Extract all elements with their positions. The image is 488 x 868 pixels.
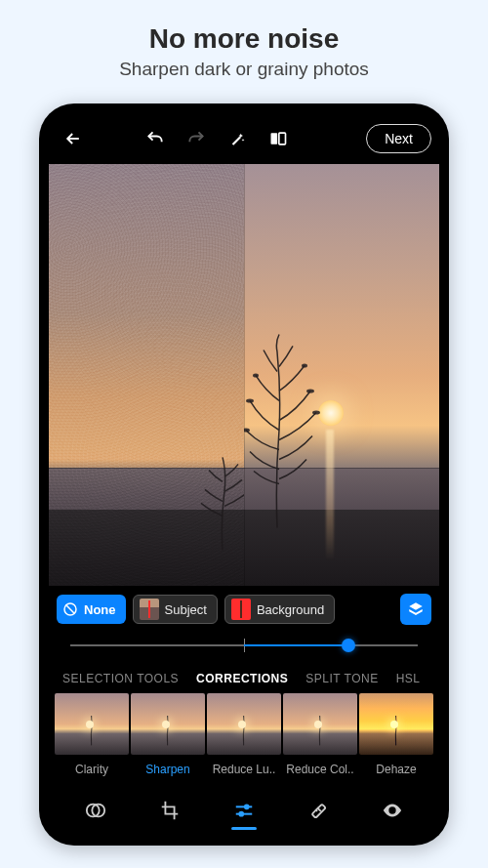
preset-label: Reduce Lu.. — [213, 763, 276, 776]
svg-rect-13 — [312, 805, 326, 818]
promo-subtitle: Sharpen dark or grainy photos — [119, 59, 369, 80]
mask-background-chip[interactable]: Background — [224, 595, 335, 624]
tab-selection-tools[interactable]: SELECTION TOOLS — [62, 672, 179, 685]
preset-reduce-luminance[interactable]: Reduce Lu.. — [207, 693, 281, 776]
before-image — [49, 164, 244, 586]
background-thumb-icon — [231, 599, 251, 620]
tab-split-tone[interactable]: SPLIT TONE — [305, 672, 378, 685]
svg-point-12 — [239, 812, 243, 816]
preset-label: Reduce Col.. — [286, 763, 353, 776]
preset-dehaze[interactable]: Dehaze — [359, 693, 433, 776]
slider-knob[interactable] — [342, 639, 355, 652]
svg-point-14 — [390, 808, 394, 812]
tab-hsl[interactable]: HSL — [396, 672, 421, 685]
preset-thumb — [131, 693, 205, 755]
layers-button[interactable] — [400, 594, 431, 625]
nav-adjust-sliders-icon[interactable] — [223, 789, 265, 832]
preset-sharpen[interactable]: Sharpen — [131, 693, 205, 776]
nav-looks-icon[interactable] — [74, 789, 117, 832]
next-button[interactable]: Next — [366, 124, 431, 153]
adjustment-slider[interactable] — [49, 629, 439, 662]
subject-thumb-icon — [140, 599, 159, 620]
after-image — [244, 164, 439, 586]
top-toolbar: Next — [49, 117, 439, 160]
mask-subject-chip[interactable]: Subject — [133, 595, 218, 624]
nav-redeye-icon[interactable] — [371, 789, 414, 832]
preset-strip: Clarity Sharpen Reduce Lu.. Reduce Col..… — [49, 693, 439, 776]
category-tabs: SELECTION TOOLS CORRECTIONS SPLIT TONE H… — [49, 662, 439, 693]
preset-thumb — [207, 693, 281, 755]
back-arrow-icon[interactable] — [57, 122, 90, 155]
nav-heal-icon[interactable] — [297, 789, 340, 832]
preset-label: Clarity — [75, 763, 108, 776]
nav-crop-icon[interactable] — [148, 789, 191, 832]
mask-background-label: Background — [257, 602, 324, 617]
svg-rect-0 — [271, 133, 278, 145]
device-frame: Next — [39, 103, 449, 846]
compare-icon[interactable] — [262, 122, 295, 155]
magic-wand-icon[interactable] — [221, 122, 254, 155]
split-divider[interactable] — [244, 164, 245, 586]
preset-clarity[interactable]: Clarity — [55, 693, 129, 776]
redo-icon[interactable] — [180, 122, 213, 155]
promo-title: No more noise — [149, 23, 339, 55]
svg-rect-1 — [279, 133, 286, 145]
mask-subject-label: Subject — [165, 602, 207, 617]
preset-thumb — [55, 693, 129, 755]
preset-reduce-color[interactable]: Reduce Col.. — [283, 693, 357, 776]
preset-label: Dehaze — [376, 763, 416, 776]
mask-none-label: None — [84, 602, 116, 617]
image-canvas[interactable] — [49, 164, 439, 586]
preset-label: Sharpen — [145, 763, 189, 776]
undo-icon[interactable] — [139, 122, 172, 155]
bottom-nav — [49, 786, 439, 835]
tab-corrections[interactable]: CORRECTIONS — [196, 672, 288, 685]
preset-thumb — [359, 693, 433, 755]
preset-thumb — [283, 693, 357, 755]
mask-selector-row: None Subject Background — [49, 586, 439, 629]
svg-point-11 — [245, 806, 249, 809]
mask-none-chip[interactable]: None — [57, 595, 126, 624]
